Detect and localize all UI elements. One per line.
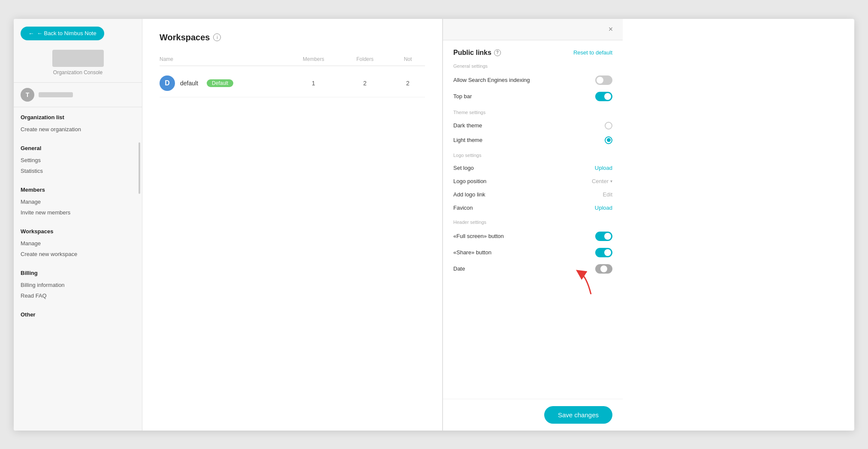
user-name-placeholder bbox=[39, 92, 73, 97]
setting-label-fullscreen: «Full screen» button bbox=[453, 233, 504, 239]
workspaces-info-icon[interactable]: i bbox=[213, 33, 221, 41]
radio-dark-theme[interactable] bbox=[605, 122, 612, 130]
user-row: T bbox=[14, 83, 142, 107]
content-area: Workspaces i Name Members Folders Not D … bbox=[142, 19, 854, 431]
nav-section-title-org: Organization list bbox=[21, 114, 135, 121]
org-console-label: Organization Console bbox=[53, 69, 102, 75]
col-not: Not bbox=[391, 56, 425, 62]
logo-position-value: Center bbox=[592, 178, 609, 184]
col-folders: Folders bbox=[339, 56, 391, 62]
setting-label-date: Date bbox=[453, 265, 465, 272]
setting-label-search-engines: Allow Search Engines indexing bbox=[453, 77, 530, 83]
sidebar-item-read-faq[interactable]: Read FAQ bbox=[21, 290, 135, 301]
right-panel: × Public links ? Reset to default Genera… bbox=[443, 19, 623, 431]
workspace-not-count: 2 bbox=[391, 80, 425, 87]
nav-organization-list: Organization list Create new organizatio… bbox=[14, 107, 142, 138]
section-theme-label: Theme settings bbox=[453, 110, 612, 115]
sidebar-item-manage-members[interactable]: Manage bbox=[21, 196, 135, 207]
org-console-section: Organization Console bbox=[14, 46, 142, 83]
panel-help-icon[interactable]: ? bbox=[494, 49, 501, 56]
sidebar-item-settings[interactable]: Settings bbox=[21, 155, 135, 166]
org-logo bbox=[52, 50, 104, 67]
nav-workspaces: Workspaces Manage Create new workspace bbox=[14, 221, 142, 263]
reset-to-default-link[interactable]: Reset to default bbox=[573, 49, 612, 56]
nav-billing: Billing Billing information Read FAQ bbox=[14, 263, 142, 304]
section-logo-label: Logo settings bbox=[453, 153, 612, 158]
logo-position-selector[interactable]: Center ▾ bbox=[592, 178, 612, 184]
section-general-label: General settings bbox=[453, 63, 612, 69]
setting-label-light-theme: Light theme bbox=[453, 137, 482, 143]
chevron-down-icon: ▾ bbox=[610, 179, 612, 184]
upload-logo-link[interactable]: Upload bbox=[595, 165, 612, 171]
sidebar-item-statistics[interactable]: Statistics bbox=[21, 166, 135, 176]
close-button[interactable]: × bbox=[606, 24, 616, 34]
nav-members: Members Manage Invite new members bbox=[14, 180, 142, 221]
nav-section-title-other: Other bbox=[21, 311, 135, 318]
sidebar-item-create-workspace[interactable]: Create new workspace bbox=[21, 249, 135, 259]
nav-general: General Settings Statistics bbox=[14, 138, 142, 180]
col-members: Members bbox=[288, 56, 339, 62]
workspace-icon: D bbox=[160, 75, 175, 91]
settings-row-light-theme: Light theme bbox=[453, 133, 612, 148]
section-header-label: Header settings bbox=[453, 220, 612, 225]
workspace-name-cell: D default Default bbox=[160, 75, 288, 91]
setting-label-logo-link: Add logo link bbox=[453, 191, 485, 198]
workspaces-header: Workspaces i bbox=[160, 33, 425, 42]
toggle-search-engines[interactable] bbox=[595, 75, 612, 85]
settings-row-dark-theme: Dark theme bbox=[453, 118, 612, 133]
workspace-members-count: 1 bbox=[288, 80, 339, 87]
sidebar-item-invite-members[interactable]: Invite new members bbox=[21, 207, 135, 218]
sidebar-item-create-org[interactable]: Create new organization bbox=[21, 124, 135, 135]
table-header: Name Members Folders Not bbox=[160, 53, 425, 66]
settings-row-set-logo: Set logo Upload bbox=[453, 161, 612, 175]
setting-label-set-logo: Set logo bbox=[453, 165, 474, 171]
save-changes-button[interactable]: Save changes bbox=[544, 406, 612, 424]
settings-row-search-engines: Allow Search Engines indexing bbox=[453, 72, 612, 88]
setting-label-favicon: Favicon bbox=[453, 205, 473, 211]
nav-other: Other bbox=[14, 304, 142, 325]
settings-row-logo-position: Logo position Center ▾ bbox=[453, 175, 612, 188]
red-arrow-svg bbox=[574, 268, 600, 298]
workspaces-panel: Workspaces i Name Members Folders Not D … bbox=[142, 19, 443, 431]
workspace-folders-count: 2 bbox=[339, 80, 391, 87]
setting-label-logo-position: Logo position bbox=[453, 178, 486, 184]
save-changes-row: Save changes bbox=[443, 399, 623, 431]
avatar: T bbox=[21, 88, 34, 102]
panel-title: Public links ? bbox=[453, 49, 501, 57]
sidebar-item-manage-workspaces[interactable]: Manage bbox=[21, 238, 135, 249]
edit-logo-link[interactable]: Edit bbox=[603, 191, 612, 198]
nav-section-title-workspaces: Workspaces bbox=[21, 228, 135, 235]
settings-row-top-bar: Top bar bbox=[453, 88, 612, 105]
nav-section-title-members: Members bbox=[21, 187, 135, 193]
toggle-top-bar[interactable] bbox=[595, 92, 612, 101]
setting-label-top-bar: Top bar bbox=[453, 93, 472, 99]
panel-title-row: Public links ? Reset to default bbox=[453, 49, 612, 57]
setting-label-dark-theme: Dark theme bbox=[453, 122, 482, 129]
settings-row-fullscreen: «Full screen» button bbox=[453, 228, 612, 244]
col-name: Name bbox=[160, 56, 288, 62]
upload-favicon-link[interactable]: Upload bbox=[595, 205, 612, 211]
back-to-nimbus-button[interactable]: ← ← Back to Nimbus Note bbox=[21, 27, 104, 40]
workspaces-title: Workspaces bbox=[160, 33, 210, 42]
settings-row-share: «Share» button bbox=[453, 244, 612, 261]
setting-label-share: «Share» button bbox=[453, 249, 491, 256]
back-button-label: ← Back to Nimbus Note bbox=[37, 30, 96, 36]
settings-row-favicon: Favicon Upload bbox=[453, 201, 612, 214]
sidebar: ← ← Back to Nimbus Note Organization Con… bbox=[14, 19, 142, 431]
nav-section-title-billing: Billing bbox=[21, 270, 135, 276]
default-badge: Default bbox=[207, 79, 233, 87]
sidebar-item-billing-info[interactable]: Billing information bbox=[21, 280, 135, 290]
settings-row-logo-link: Add logo link Edit bbox=[453, 188, 612, 201]
nav-section-title-general: General bbox=[21, 145, 135, 151]
arrow-indicator-area bbox=[453, 277, 612, 303]
toggle-share[interactable] bbox=[595, 248, 612, 257]
right-panel-top-bar: × bbox=[443, 19, 623, 40]
radio-light-theme[interactable] bbox=[605, 136, 612, 144]
arrow-left-icon: ← bbox=[28, 30, 34, 37]
toggle-fullscreen[interactable] bbox=[595, 232, 612, 241]
workspace-name: default bbox=[180, 80, 198, 87]
right-panel-content: Public links ? Reset to default General … bbox=[443, 40, 623, 399]
table-row[interactable]: D default Default 1 2 2 bbox=[160, 69, 425, 97]
